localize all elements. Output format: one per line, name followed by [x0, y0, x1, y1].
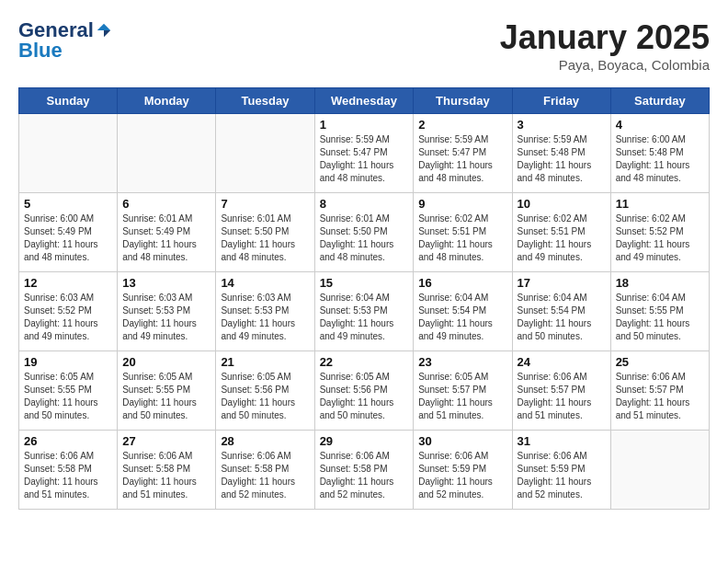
- day-number: 10: [518, 197, 606, 211]
- day-info: Sunrise: 6:06 AMSunset: 5:59 PMDaylight:…: [518, 450, 606, 501]
- day-number: 23: [418, 355, 506, 369]
- day-cell: 18Sunrise: 6:04 AMSunset: 5:55 PMDayligh…: [610, 272, 709, 351]
- day-number: 4: [616, 118, 704, 132]
- day-cell: 11Sunrise: 6:02 AMSunset: 5:52 PMDayligh…: [610, 193, 709, 272]
- day-info: Sunrise: 5:59 AMSunset: 5:47 PMDaylight:…: [320, 133, 409, 185]
- day-number: 24: [518, 355, 606, 369]
- day-info: Sunrise: 6:04 AMSunset: 5:54 PMDaylight:…: [418, 292, 506, 343]
- day-number: 8: [320, 197, 409, 211]
- day-number: 15: [320, 276, 409, 290]
- col-header-thursday: Thursday: [414, 88, 512, 114]
- day-info: Sunrise: 6:01 AMSunset: 5:50 PMDaylight:…: [221, 213, 309, 264]
- week-row-1: 1Sunrise: 5:59 AMSunset: 5:47 PMDaylight…: [19, 114, 710, 193]
- day-info: Sunrise: 6:06 AMSunset: 5:58 PMDaylight:…: [24, 450, 112, 501]
- logo-blue: Blue: [18, 39, 63, 63]
- day-info: Sunrise: 6:02 AMSunset: 5:52 PMDaylight:…: [616, 213, 704, 264]
- day-cell: 28Sunrise: 6:06 AMSunset: 5:58 PMDayligh…: [216, 431, 314, 510]
- day-cell: 8Sunrise: 6:01 AMSunset: 5:50 PMDaylight…: [314, 193, 414, 272]
- day-number: 5: [24, 197, 112, 211]
- day-info: Sunrise: 5:59 AMSunset: 5:48 PMDaylight:…: [518, 133, 606, 185]
- day-info: Sunrise: 6:06 AMSunset: 5:57 PMDaylight:…: [616, 371, 704, 422]
- location: Paya, Boyaca, Colombia: [500, 57, 710, 73]
- day-info: Sunrise: 6:05 AMSunset: 5:55 PMDaylight:…: [122, 371, 210, 422]
- page-header: General Blue January 2025 Paya, Boyaca, …: [18, 18, 710, 73]
- day-cell: 26Sunrise: 6:06 AMSunset: 5:58 PMDayligh…: [19, 431, 118, 510]
- day-cell: [610, 431, 709, 510]
- day-cell: [19, 114, 118, 193]
- day-number: 30: [418, 434, 506, 448]
- day-cell: 22Sunrise: 6:05 AMSunset: 5:56 PMDayligh…: [314, 351, 414, 431]
- day-cell: 3Sunrise: 5:59 AMSunset: 5:48 PMDaylight…: [512, 114, 610, 193]
- day-cell: 31Sunrise: 6:06 AMSunset: 5:59 PMDayligh…: [512, 431, 610, 510]
- day-number: 22: [320, 355, 409, 369]
- day-number: 3: [518, 118, 606, 132]
- month-title: January 2025: [500, 18, 710, 57]
- day-info: Sunrise: 6:05 AMSunset: 5:56 PMDaylight:…: [221, 371, 309, 422]
- day-info: Sunrise: 6:06 AMSunset: 5:57 PMDaylight:…: [518, 371, 606, 422]
- day-cell: 12Sunrise: 6:03 AMSunset: 5:52 PMDayligh…: [19, 272, 118, 351]
- day-info: Sunrise: 6:00 AMSunset: 5:49 PMDaylight:…: [24, 213, 112, 264]
- col-header-tuesday: Tuesday: [216, 88, 314, 114]
- calendar-table: SundayMondayTuesdayWednesdayThursdayFrid…: [18, 87, 710, 510]
- day-info: Sunrise: 6:04 AMSunset: 5:53 PMDaylight:…: [320, 292, 409, 343]
- week-row-5: 26Sunrise: 6:06 AMSunset: 5:58 PMDayligh…: [19, 431, 710, 510]
- day-cell: 17Sunrise: 6:04 AMSunset: 5:54 PMDayligh…: [512, 272, 610, 351]
- day-info: Sunrise: 6:01 AMSunset: 5:50 PMDaylight:…: [320, 213, 409, 264]
- week-row-3: 12Sunrise: 6:03 AMSunset: 5:52 PMDayligh…: [19, 272, 710, 351]
- day-number: 16: [418, 276, 506, 290]
- day-cell: 10Sunrise: 6:02 AMSunset: 5:51 PMDayligh…: [512, 193, 610, 272]
- day-cell: 7Sunrise: 6:01 AMSunset: 5:50 PMDaylight…: [216, 193, 314, 272]
- day-cell: 13Sunrise: 6:03 AMSunset: 5:53 PMDayligh…: [118, 272, 216, 351]
- day-cell: 15Sunrise: 6:04 AMSunset: 5:53 PMDayligh…: [314, 272, 414, 351]
- day-number: 27: [122, 434, 210, 448]
- day-info: Sunrise: 6:01 AMSunset: 5:49 PMDaylight:…: [122, 213, 210, 264]
- day-cell: 1Sunrise: 5:59 AMSunset: 5:47 PMDaylight…: [314, 114, 414, 193]
- day-info: Sunrise: 6:04 AMSunset: 5:55 PMDaylight:…: [616, 292, 704, 343]
- day-number: 17: [518, 276, 606, 290]
- day-info: Sunrise: 6:03 AMSunset: 5:52 PMDaylight:…: [24, 292, 112, 343]
- day-number: 28: [221, 434, 309, 448]
- week-row-4: 19Sunrise: 6:05 AMSunset: 5:55 PMDayligh…: [19, 351, 710, 431]
- day-cell: 29Sunrise: 6:06 AMSunset: 5:58 PMDayligh…: [314, 431, 414, 510]
- day-number: 31: [518, 434, 606, 448]
- day-number: 21: [221, 355, 309, 369]
- day-cell: 14Sunrise: 6:03 AMSunset: 5:53 PMDayligh…: [216, 272, 314, 351]
- day-number: 18: [616, 276, 704, 290]
- day-number: 20: [122, 355, 210, 369]
- day-info: Sunrise: 6:05 AMSunset: 5:57 PMDaylight:…: [418, 371, 506, 422]
- day-cell: 30Sunrise: 6:06 AMSunset: 5:59 PMDayligh…: [414, 431, 512, 510]
- logo: General Blue: [18, 18, 112, 63]
- col-header-wednesday: Wednesday: [314, 88, 414, 114]
- col-header-saturday: Saturday: [610, 88, 709, 114]
- col-header-friday: Friday: [512, 88, 610, 114]
- day-info: Sunrise: 6:04 AMSunset: 5:54 PMDaylight:…: [518, 292, 606, 343]
- day-number: 14: [221, 276, 309, 290]
- day-number: 25: [616, 355, 704, 369]
- day-number: 1: [320, 118, 409, 132]
- svg-marker-0: [97, 24, 110, 30]
- day-cell: [118, 114, 216, 193]
- calendar-header-row: SundayMondayTuesdayWednesdayThursdayFrid…: [19, 88, 710, 114]
- day-cell: 21Sunrise: 6:05 AMSunset: 5:56 PMDayligh…: [216, 351, 314, 431]
- day-number: 9: [418, 197, 506, 211]
- day-cell: 27Sunrise: 6:06 AMSunset: 5:58 PMDayligh…: [118, 431, 216, 510]
- day-cell: 20Sunrise: 6:05 AMSunset: 5:55 PMDayligh…: [118, 351, 216, 431]
- day-number: 13: [122, 276, 210, 290]
- day-info: Sunrise: 6:06 AMSunset: 5:59 PMDaylight:…: [418, 450, 506, 501]
- day-number: 12: [24, 276, 112, 290]
- day-info: Sunrise: 6:03 AMSunset: 5:53 PMDaylight:…: [221, 292, 309, 343]
- day-info: Sunrise: 6:02 AMSunset: 5:51 PMDaylight:…: [418, 213, 506, 264]
- day-info: Sunrise: 6:06 AMSunset: 5:58 PMDaylight:…: [122, 450, 210, 501]
- day-number: 7: [221, 197, 309, 211]
- day-number: 6: [122, 197, 210, 211]
- day-info: Sunrise: 6:06 AMSunset: 5:58 PMDaylight:…: [320, 450, 409, 501]
- day-number: 11: [616, 197, 704, 211]
- day-info: Sunrise: 6:02 AMSunset: 5:51 PMDaylight:…: [518, 213, 606, 264]
- logo-icon: [96, 22, 112, 39]
- day-cell: 19Sunrise: 6:05 AMSunset: 5:55 PMDayligh…: [19, 351, 118, 431]
- day-cell: 9Sunrise: 6:02 AMSunset: 5:51 PMDaylight…: [414, 193, 512, 272]
- day-info: Sunrise: 6:06 AMSunset: 5:58 PMDaylight:…: [221, 450, 309, 501]
- day-number: 26: [24, 434, 112, 448]
- day-info: Sunrise: 6:00 AMSunset: 5:48 PMDaylight:…: [616, 133, 704, 185]
- day-cell: 23Sunrise: 6:05 AMSunset: 5:57 PMDayligh…: [414, 351, 512, 431]
